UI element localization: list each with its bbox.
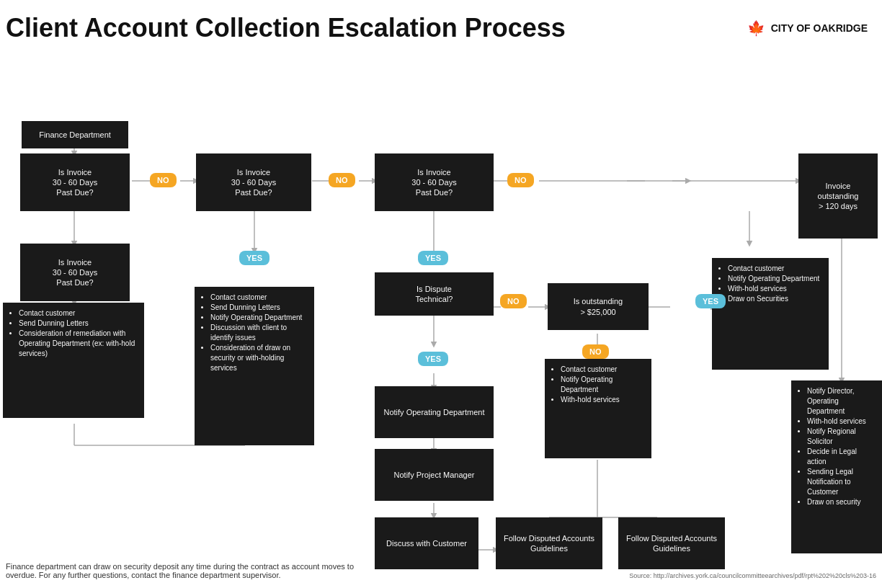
yes-badge-1: YES [239,251,270,265]
discuss-with-customer-box: Discuss with Customer [375,517,478,569]
yes-badge-outstanding: YES [695,294,726,308]
is-dispute-technical-box: Is DisputeTechnical? [375,272,494,316]
list-box-5: Notify Director, Operating Department Wi… [791,380,882,553]
invoice-diamond-1: Is Invoice30 - 60 DaysPast Due? [20,153,130,211]
list-box-1: Contact customer Send Dunning Letters Co… [3,303,144,418]
header: Client Account Collection Escalation Pro… [0,0,882,49]
no-badge-2: NO [329,173,355,187]
logo: 🍁 CITY OF OAKRIDGE [747,19,868,37]
invoice-diamond-2: Is Invoice30 - 60 DaysPast Due? [196,153,311,211]
footer-note: Finance department can draw on security … [6,562,380,579]
source-text: Source: http://archives.york.ca/councilc… [629,572,876,579]
is-outstanding-25k-box: Is outstanding> $25,000 [548,283,649,330]
no-badge-1: NO [150,173,177,187]
no-badge-dispute: NO [500,294,527,308]
list-box-2: Contact customer Send Dunning Letters No… [195,287,314,445]
logo-text: CITY OF OAKRIDGE [771,22,868,34]
finance-dept-box: Finance Department [22,121,128,148]
yes-badge-dispute-tech: YES [418,352,448,366]
list-box-3: Contact customer Notify Operating Depart… [545,359,651,458]
yes-badge-2: YES [418,251,448,265]
page-title: Client Account Collection Escalation Pro… [6,13,566,43]
logo-icon: 🍁 [747,19,765,37]
invoice-diamond-3: Is Invoice30 - 60 DaysPast Due? [375,153,494,211]
follow-disputed-1-box: Follow Disputed Accounts Guidelines [496,517,602,569]
invoice-outstanding-box: Invoiceoutstanding> 120 days [798,153,878,239]
follow-disputed-2-box: Follow Disputed Accounts Guidelines [618,517,725,569]
flowchart: Finance Department Is Invoice30 - 60 Day… [0,49,882,582]
invoice-diamond-1b: Is Invoice30 - 60 DaysPast Due? [20,244,130,301]
no-badge-outstanding: NO [582,344,609,359]
list-box-4: Contact customer Notify Operating Depart… [712,258,829,370]
notify-project-manager-box: Notify Project Manager [375,449,494,501]
notify-operating-dept-box: Notify Operating Department [375,386,494,438]
no-badge-3: NO [507,173,534,187]
